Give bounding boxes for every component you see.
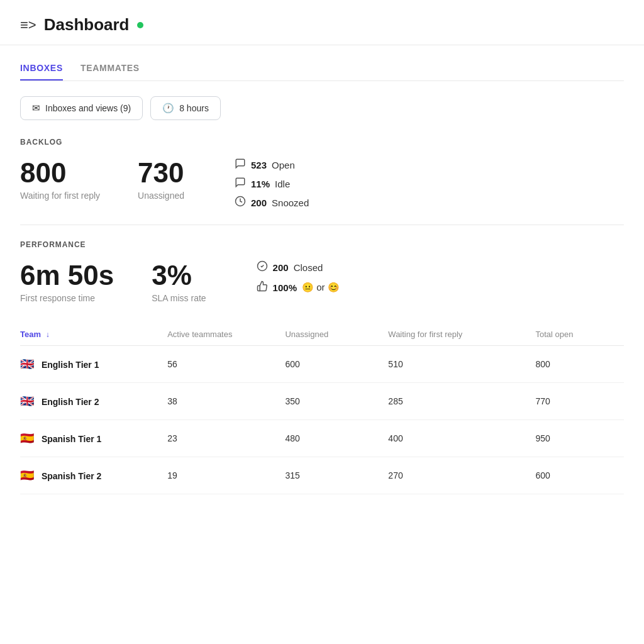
waiting-cell: 400 bbox=[388, 420, 535, 457]
team-name-cell: English Tier 1 bbox=[42, 360, 99, 370]
satisfaction-label: 😐 or 😊 bbox=[302, 282, 340, 293]
table-row[interactable]: 🇪🇸 Spanish Tier 1 23 480 400 950 bbox=[20, 420, 624, 457]
filter-row: ✉ Inboxes and views (9) 🕐 8 hours bbox=[20, 96, 624, 120]
col-header-active: Active teammates bbox=[167, 323, 285, 346]
snoozed-label: Snoozed bbox=[272, 197, 309, 208]
page-title: Dashboard bbox=[44, 15, 130, 35]
performance-section: PERFORMANCE 6m 50s First response time 3… bbox=[20, 240, 624, 303]
idle-value: 11% bbox=[251, 179, 270, 189]
active-cell: 38 bbox=[167, 383, 285, 420]
tab-teammates[interactable]: TEAMMATES bbox=[80, 63, 140, 80]
satisfaction-value: 100% bbox=[273, 282, 297, 293]
closed-label: Closed bbox=[294, 262, 323, 273]
waiting-cell: 510 bbox=[388, 346, 535, 383]
backlog-snoozed-item: 200 Snoozed bbox=[235, 196, 309, 209]
unassigned-col-label: Unassigned bbox=[285, 330, 328, 339]
perf-satisfaction-item: 100% 😐 or 😊 bbox=[257, 280, 340, 294]
teams-table-section: Team ↓ Active teammates Unassigned Waiti… bbox=[20, 323, 624, 494]
online-status-dot bbox=[137, 22, 143, 28]
time-filter-label: 8 hours bbox=[179, 103, 209, 113]
table-body: 🇬🇧 English Tier 1 56 600 510 800 🇬🇧 Engl… bbox=[20, 346, 624, 494]
col-header-unassigned: Unassigned bbox=[285, 323, 388, 346]
main-content: INBOXES TEAMMATES ✉ Inboxes and views (9… bbox=[0, 45, 644, 512]
thumbs-up-icon bbox=[257, 280, 268, 294]
clock-icon-snoozed bbox=[235, 196, 246, 209]
backlog-idle-item: 11% Idle bbox=[235, 177, 309, 191]
team-col-label: Team bbox=[20, 330, 41, 339]
backlog-metric-list: 523 Open 11% Idle 200 Snoozed bbox=[235, 158, 309, 209]
app-header: ≡> Dashboard bbox=[0, 0, 644, 45]
col-header-total: Total open bbox=[535, 323, 624, 346]
tab-inboxes[interactable]: INBOXES bbox=[20, 63, 63, 80]
first-response-value: 6m 50s bbox=[20, 260, 114, 291]
total-cell: 950 bbox=[535, 420, 624, 457]
backlog-label: BACKLOG bbox=[20, 138, 624, 147]
performance-label: PERFORMANCE bbox=[20, 240, 624, 249]
table-row[interactable]: 🇬🇧 English Tier 1 56 600 510 800 bbox=[20, 346, 624, 383]
inboxes-filter-label: Inboxes and views (9) bbox=[45, 103, 131, 113]
backlog-metrics: 800 Waiting for first reply 730 Unassign… bbox=[20, 158, 624, 209]
unassigned-cell: 350 bbox=[285, 383, 388, 420]
team-flag-icon: 🇪🇸 bbox=[20, 469, 34, 482]
open-label: Open bbox=[272, 160, 295, 170]
perf-right-metrics: 200 Closed 100% 😐 or 😊 bbox=[257, 260, 340, 294]
team-name-cell: Spanish Tier 1 bbox=[42, 434, 101, 444]
time-filter-button[interactable]: 🕐 8 hours bbox=[150, 96, 221, 120]
total-col-label: Total open bbox=[535, 330, 573, 339]
team-flag-icon: 🇬🇧 bbox=[20, 395, 34, 408]
team-flag-icon: 🇬🇧 bbox=[20, 358, 34, 370]
perf-closed-item: 200 Closed bbox=[257, 260, 340, 274]
backlog-metric-first-reply: 800 Waiting for first reply bbox=[20, 158, 100, 201]
active-cell: 56 bbox=[167, 346, 285, 383]
active-cell: 19 bbox=[167, 457, 285, 494]
perf-sla-miss: 3% SLA miss rate bbox=[152, 260, 206, 303]
sla-miss-value: 3% bbox=[152, 260, 206, 291]
waiting-col-label: Waiting for first reply bbox=[388, 330, 462, 339]
section-divider bbox=[20, 225, 624, 225]
waiting-cell: 270 bbox=[388, 457, 535, 494]
active-col-label: Active teammates bbox=[167, 330, 232, 339]
performance-metrics: 6m 50s First response time 3% SLA miss r… bbox=[20, 260, 624, 303]
idle-label: Idle bbox=[275, 179, 290, 189]
clock-icon: 🕐 bbox=[162, 103, 174, 114]
chat-icon-idle bbox=[235, 177, 246, 191]
col-header-waiting: Waiting for first reply bbox=[388, 323, 535, 346]
unassigned-value: 730 bbox=[138, 158, 184, 188]
first-response-label: First response time bbox=[20, 293, 114, 303]
unassigned-cell: 600 bbox=[285, 346, 388, 383]
unassigned-cell: 315 bbox=[285, 457, 388, 494]
open-value: 523 bbox=[251, 160, 267, 170]
inbox-icon: ✉ bbox=[32, 103, 40, 114]
total-cell: 800 bbox=[535, 346, 624, 383]
total-cell: 600 bbox=[535, 457, 624, 494]
sort-arrow-icon: ↓ bbox=[46, 330, 50, 339]
menu-icon[interactable]: ≡> bbox=[20, 17, 36, 33]
team-flag-icon: 🇪🇸 bbox=[20, 432, 34, 445]
unassigned-label: Unassigned bbox=[138, 191, 184, 201]
team-name-cell: English Tier 2 bbox=[42, 397, 99, 407]
backlog-metric-unassigned: 730 Unassigned bbox=[138, 158, 184, 201]
chat-icon-open bbox=[235, 158, 246, 172]
backlog-section: BACKLOG 800 Waiting for first reply 730 … bbox=[20, 138, 624, 209]
table-row[interactable]: 🇪🇸 Spanish Tier 2 19 315 270 600 bbox=[20, 457, 624, 494]
waiting-cell: 285 bbox=[388, 383, 535, 420]
closed-value: 200 bbox=[273, 262, 289, 273]
active-cell: 23 bbox=[167, 420, 285, 457]
inboxes-filter-button[interactable]: ✉ Inboxes and views (9) bbox=[20, 96, 143, 120]
teams-table: Team ↓ Active teammates Unassigned Waiti… bbox=[20, 323, 624, 494]
sla-miss-label: SLA miss rate bbox=[152, 293, 206, 303]
backlog-open-item: 523 Open bbox=[235, 158, 309, 172]
first-reply-value: 800 bbox=[20, 158, 100, 188]
check-circle-icon bbox=[257, 260, 268, 274]
team-name-cell: Spanish Tier 2 bbox=[42, 471, 101, 481]
table-header: Team ↓ Active teammates Unassigned Waiti… bbox=[20, 323, 624, 346]
table-row[interactable]: 🇬🇧 English Tier 2 38 350 285 770 bbox=[20, 383, 624, 420]
perf-first-response: 6m 50s First response time bbox=[20, 260, 114, 303]
tab-bar: INBOXES TEAMMATES bbox=[20, 63, 624, 81]
snoozed-value: 200 bbox=[251, 197, 267, 208]
total-cell: 770 bbox=[535, 383, 624, 420]
unassigned-cell: 480 bbox=[285, 420, 388, 457]
col-header-team[interactable]: Team ↓ bbox=[20, 323, 167, 346]
first-reply-label: Waiting for first reply bbox=[20, 191, 100, 201]
